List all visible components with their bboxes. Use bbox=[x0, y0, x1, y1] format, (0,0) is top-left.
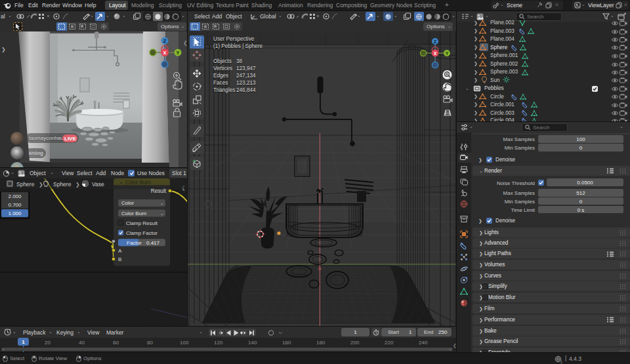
svg-text:Sphere: Sphere bbox=[16, 181, 35, 188]
svg-text:Sphere: Sphere bbox=[53, 181, 72, 188]
svg-text:Clamp Factor: Clamp Factor bbox=[126, 230, 158, 236]
svg-text:Factor: Factor bbox=[127, 240, 142, 246]
svg-text:Y: Y bbox=[446, 51, 449, 56]
svg-text:0.417: 0.417 bbox=[146, 240, 160, 246]
svg-text:Z: Z bbox=[163, 38, 167, 44]
svg-text:X: X bbox=[163, 50, 166, 56]
svg-text:Clamp Result: Clamp Result bbox=[126, 220, 158, 226]
svg-text:❯: ❯ bbox=[39, 182, 43, 188]
svg-text:⌄: ⌄ bbox=[160, 201, 164, 205]
svg-text:A: A bbox=[118, 248, 122, 254]
svg-text:Z: Z bbox=[434, 39, 437, 44]
svg-text:X: X bbox=[434, 51, 437, 56]
svg-text:Color Burn: Color Burn bbox=[121, 211, 146, 216]
svg-text:Result: Result bbox=[151, 188, 167, 194]
svg-text:Color: Color bbox=[121, 200, 134, 206]
svg-text:❯: ❯ bbox=[1, 47, 6, 52]
svg-text:Vase: Vase bbox=[92, 181, 104, 188]
svg-text:B: B bbox=[118, 256, 121, 262]
svg-text:❯: ❯ bbox=[75, 182, 80, 188]
svg-text:⌄: ⌄ bbox=[160, 211, 164, 216]
svg-text:2: 2 bbox=[560, 359, 562, 363]
svg-text:Y: Y bbox=[176, 50, 179, 56]
